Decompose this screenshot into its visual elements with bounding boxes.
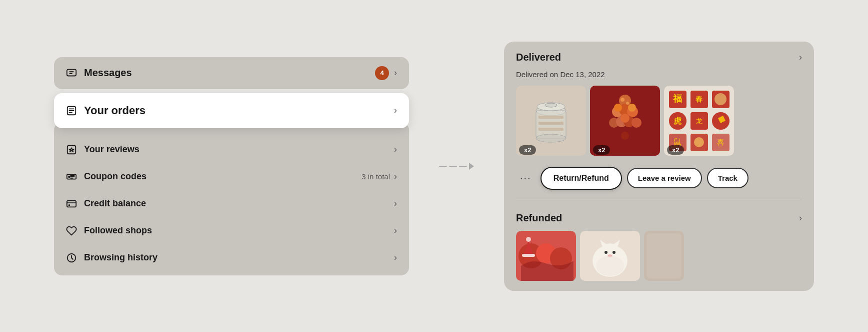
svg-text:喜: 喜: [717, 138, 724, 146]
menu-item-credit[interactable]: Credit balance ›: [54, 190, 409, 217]
dash-2: [449, 166, 457, 167]
delivered-header: Delivered ›: [504, 42, 814, 70]
refunded-title: Refunded: [516, 212, 562, 224]
menu-item-coupons[interactable]: Coupon codes 3 in total ›: [54, 163, 409, 190]
svg-point-29: [620, 114, 630, 123]
svg-point-4: [68, 176, 70, 177]
svg-rect-56: [522, 254, 535, 257]
track-button[interactable]: Track: [707, 168, 748, 188]
menu-item-reviews[interactable]: Your reviews ›: [54, 136, 409, 163]
qty-badge-2: x2: [593, 145, 610, 155]
history-label: Browsing history: [84, 252, 158, 263]
refunded-thumb-2: [580, 231, 640, 283]
coupons-chevron: ›: [394, 171, 397, 182]
svg-rect-68: [646, 233, 682, 278]
credit-icon: [66, 198, 77, 209]
followed-chevron: ›: [394, 225, 397, 236]
reviews-icon: [66, 144, 77, 155]
followed-label: Followed shops: [84, 225, 152, 236]
svg-rect-14: [538, 128, 564, 131]
heart-icon: [66, 225, 77, 236]
your-orders-row[interactable]: Your orders ›: [54, 93, 409, 128]
coupons-meta: 3 in total: [362, 172, 390, 181]
refunded-chevron: ›: [799, 213, 802, 223]
history-icon: [66, 252, 77, 263]
orders-label: Your orders: [84, 104, 146, 117]
qty-badge-3: x2: [667, 145, 684, 155]
svg-point-30: [620, 98, 624, 102]
svg-point-16: [545, 103, 557, 107]
svg-point-66: [596, 256, 624, 276]
left-panel: Messages 4 › Your orders › Y: [54, 57, 409, 275]
right-panel: Delivered › Delivered on Dec 13, 2022: [504, 42, 814, 291]
coupon-icon: [66, 171, 77, 182]
svg-rect-5: [67, 200, 76, 207]
more-button[interactable]: ···: [516, 170, 536, 186]
orders-left: Your orders: [66, 104, 146, 117]
svg-point-39: [714, 93, 726, 105]
reviews-label: Your reviews: [84, 144, 140, 155]
svg-point-28: [628, 104, 636, 112]
credit-chevron: ›: [394, 198, 397, 209]
delivery-date: Delivered on Dec 13, 2022: [504, 70, 814, 86]
svg-text:龙: 龙: [696, 117, 702, 125]
leave-review-button[interactable]: Leave a review: [627, 168, 702, 188]
svg-point-63: [604, 251, 608, 254]
product-thumb-2: x2: [590, 86, 660, 158]
refunded-thumb-1: [516, 231, 576, 283]
svg-text:春: 春: [696, 95, 703, 103]
orders-chevron: ›: [394, 105, 397, 116]
svg-point-26: [632, 118, 642, 128]
refunded-header: Refunded ›: [504, 202, 814, 231]
messages-left: Messages: [66, 67, 132, 79]
refunded-section: Refunded ›: [504, 200, 814, 291]
svg-text:鼠: 鼠: [674, 138, 682, 146]
coupons-label: Coupon codes: [84, 171, 146, 182]
menu-item-followed[interactable]: Followed shops ›: [54, 217, 409, 244]
refunded-image-2: [580, 231, 640, 281]
svg-text:虎: 虎: [673, 117, 682, 125]
messages-chevron: ›: [394, 68, 397, 78]
refunded-thumb-3: [644, 231, 684, 283]
svg-point-32: [621, 132, 629, 140]
menu-item-history[interactable]: Browsing history ›: [54, 244, 409, 271]
svg-point-48: [694, 137, 704, 147]
dashed-arrow: [439, 163, 474, 170]
svg-point-27: [614, 104, 622, 112]
product-thumb-1: x2: [516, 86, 586, 158]
svg-point-11: [536, 134, 566, 142]
menu-card: Your reviews › Coupon codes 3 in total ›: [54, 122, 409, 275]
svg-rect-12: [538, 116, 564, 119]
credit-label: Credit balance: [84, 198, 146, 209]
delivered-title: Delivered: [516, 52, 561, 63]
delivered-section: Delivered › Delivered on Dec 13, 2022: [504, 42, 814, 200]
actions-row: ··· Return/Refund Leave a review Track: [504, 165, 814, 200]
svg-rect-0: [67, 69, 76, 76]
reviews-chevron: ›: [394, 144, 397, 155]
orders-icon: [66, 105, 77, 116]
dash-3: [459, 166, 467, 167]
refunded-image-1: [516, 231, 576, 281]
messages-row[interactable]: Messages 4 ›: [54, 57, 409, 89]
svg-point-64: [612, 251, 616, 254]
return-refund-button[interactable]: Return/Refund: [540, 167, 622, 190]
product-thumb-3: 福 春 虎 龙 鼠 喜: [664, 86, 734, 158]
refunded-products: [504, 231, 814, 291]
messages-badge: 4: [375, 66, 389, 80]
qty-badge-1: x2: [519, 145, 536, 155]
arrow-connector: [439, 163, 474, 170]
messages-label: Messages: [84, 67, 132, 79]
dash-1: [439, 166, 447, 167]
history-chevron: ›: [394, 252, 397, 263]
delivered-chevron: ›: [799, 52, 802, 63]
svg-rect-13: [538, 122, 564, 125]
message-icon: [66, 68, 77, 79]
svg-point-31: [626, 102, 629, 105]
svg-text:福: 福: [672, 94, 682, 104]
svg-rect-2: [68, 145, 76, 154]
refunded-image-3: [644, 231, 684, 281]
svg-point-57: [526, 237, 531, 242]
arrow-head: [469, 163, 474, 170]
svg-point-6: [69, 204, 70, 205]
products-row: x2: [504, 86, 814, 165]
